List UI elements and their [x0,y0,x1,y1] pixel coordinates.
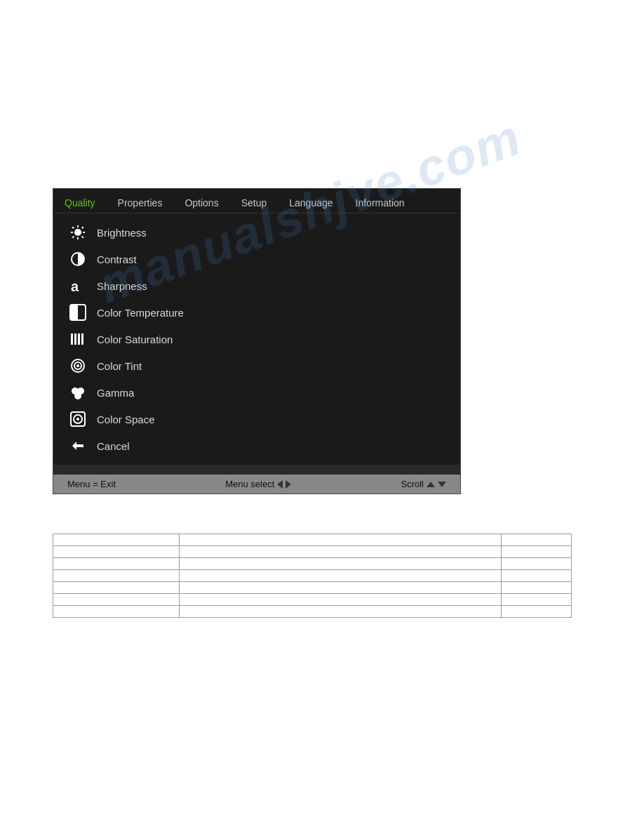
table-cell [502,558,572,570]
arrow-right-icon [286,480,291,489]
menu-item-colortemp-label: Color Temperature [97,307,184,319]
table-cell [502,594,572,606]
footer-menu-exit: Menu = Exit [67,479,116,489]
table-cell [180,606,502,618]
menu-item-brightness[interactable]: Brightness [53,219,460,246]
gamma-icon [67,383,88,402]
arrow-down-icon [438,482,446,487]
svg-point-0 [74,229,81,236]
table-cell [180,582,502,594]
table-row [53,558,572,570]
table-cell [53,558,180,570]
svg-rect-14 [74,333,76,345]
menu-item-gamma-label: Gamma [97,387,134,399]
table-cell [53,594,180,606]
colortint-icon [67,357,88,375]
menu-item-sharpness-label: Sharpness [97,280,147,292]
menu-item-cancel[interactable]: Cancel [53,432,460,459]
menu-item-colorspace-label: Color Space [97,413,155,425]
menu-item-colorsat-label: Color Saturation [97,333,173,345]
svg-rect-16 [81,333,83,345]
colortemp-icon [67,303,88,322]
arrow-up-icon [427,482,435,487]
svg-point-25 [76,418,79,421]
table-row [53,594,572,606]
sharpness-icon: a [67,277,88,295]
table-cell [180,534,502,546]
svg-line-6 [82,237,83,238]
tab-setup[interactable]: Setup [230,193,279,213]
contrast-icon [67,250,88,268]
table-cell [502,582,572,594]
table-row [53,534,572,546]
table-cell [180,546,502,558]
svg-point-22 [74,392,81,399]
arrow-left-icon [277,480,283,489]
table-row [53,570,572,582]
menu-item-cancel-label: Cancel [97,440,130,452]
tab-properties[interactable]: Properties [107,193,174,213]
tab-language[interactable]: Language [278,193,344,213]
menu-item-colortemp[interactable]: Color Temperature [53,299,460,326]
osd-item-list: Brightness Contrast a [53,213,460,465]
data-table [53,534,572,618]
svg-line-8 [72,237,74,238]
tab-quality[interactable]: Quality [53,193,107,213]
menu-item-colorsat[interactable]: Color Saturation [53,326,460,352]
table-wrapper [53,534,572,618]
osd-footer: Menu = Exit Menu select Scroll [53,475,460,494]
tab-options[interactable]: Options [173,193,229,213]
table-cell [53,582,180,594]
table-cell [53,606,180,618]
menu-item-brightness-label: Brightness [97,227,147,239]
svg-point-19 [76,364,79,367]
osd-menu-wrapper: Quality Properties Options Setup Languag… [53,188,461,494]
table-row [53,546,572,558]
brightness-icon [67,223,88,241]
menu-item-colortint-label: Color Tint [97,360,142,372]
table-cell [502,546,572,558]
menu-select-label: Menu select [225,479,274,489]
table-cell [53,534,180,546]
table-cell [502,570,572,582]
table-cell [180,558,502,570]
cancel-icon [67,437,88,455]
menu-item-gamma[interactable]: Gamma [53,379,460,406]
svg-line-7 [82,227,83,228]
table-cell [502,606,572,618]
menu-item-colortint[interactable]: Color Tint [53,352,460,379]
osd-bottom-bar [53,465,460,475]
svg-rect-12 [70,305,78,320]
table-cell [53,546,180,558]
table-cell [180,570,502,582]
svg-text:a: a [71,279,79,294]
table-row [53,582,572,594]
osd-tab-bar: Quality Properties Options Setup Languag… [53,189,460,213]
menu-item-contrast-label: Contrast [97,253,137,265]
table-cell [502,534,572,546]
menu-item-colorspace[interactable]: Color Space [53,406,460,432]
svg-line-5 [72,227,74,228]
tab-information[interactable]: Information [344,193,416,213]
svg-rect-15 [78,333,80,345]
menu-exit-label: Menu = Exit [67,479,116,489]
colorspace-icon [67,410,88,428]
footer-scroll: Scroll [401,479,446,489]
table-cell [53,570,180,582]
menu-item-sharpness[interactable]: a Sharpness [53,272,460,299]
footer-menu-select: Menu select [225,479,291,489]
svg-rect-13 [71,333,73,345]
table-row [53,606,572,618]
scroll-label: Scroll [401,479,424,489]
table-cell [180,594,502,606]
osd-menu: Quality Properties Options Setup Languag… [53,188,461,494]
menu-item-contrast[interactable]: Contrast [53,246,460,272]
colorsat-icon [67,330,88,348]
